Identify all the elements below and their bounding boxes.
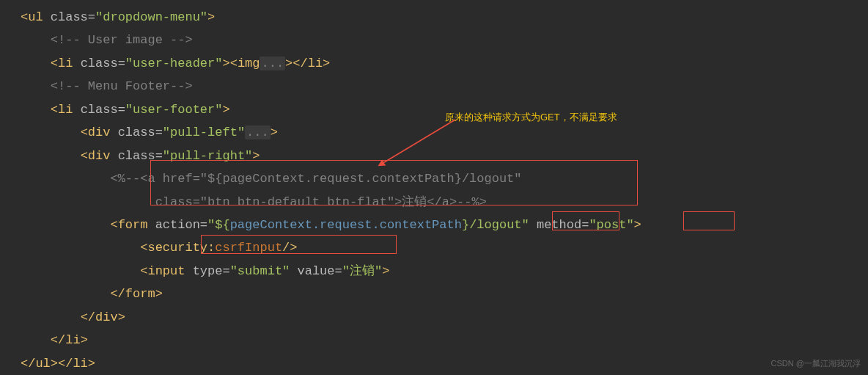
- code-line: </div>: [0, 306, 868, 329]
- angle-bracket: >: [51, 357, 58, 371]
- angle-bracket: >: [634, 218, 641, 232]
- code-line: </li>: [0, 329, 868, 352]
- tag-name: li: [73, 357, 87, 371]
- tag-name: li: [58, 57, 81, 70]
- attr-name: action=: [155, 218, 207, 232]
- code-line: </form>: [0, 283, 868, 305]
- attr-value: ": [207, 218, 215, 232]
- code-line: </ul></li>: [0, 352, 868, 375]
- angle-bracket: </: [58, 357, 73, 371]
- code-line: <!-- Menu Footer-->: [0, 75, 868, 98]
- angle-bracket: </: [51, 333, 65, 347]
- watermark: CSDN @一瓢江湖我沉浮: [771, 356, 861, 371]
- tag-name: div: [88, 149, 118, 163]
- attr-name: class=: [81, 103, 125, 117]
- el-open: ${: [215, 218, 229, 232]
- attr-value: /logout": [469, 218, 537, 232]
- el-expr: pageContext.request.contextPath: [230, 218, 462, 232]
- tag-name: li: [58, 103, 81, 117]
- attr-name: value=: [298, 264, 342, 278]
- angle-bracket: <: [51, 103, 58, 117]
- attr-name: class=: [81, 57, 125, 70]
- angle-bracket: >: [271, 125, 278, 139]
- code-line: <li class="user-footer">: [0, 98, 868, 121]
- tag-name: li: [308, 57, 323, 70]
- highlight-box-csrf: [201, 235, 397, 254]
- attr-value: "submit": [230, 264, 298, 278]
- angle-bracket: >: [88, 357, 95, 371]
- code-line: <div class="pull-left"...>: [0, 121, 868, 144]
- attr-name: class=: [51, 10, 95, 24]
- tag-name: img: [238, 57, 260, 70]
- code-line: <input type="submit" value="注销">: [0, 260, 868, 283]
- comment: <!-- User image -->: [51, 33, 193, 47]
- angle-bracket: >: [118, 310, 125, 324]
- angle-bracket: >: [222, 103, 229, 117]
- code-line: <ul class="dropdown-menu">: [0, 6, 868, 29]
- angle-bracket: <: [140, 241, 147, 255]
- angle-bracket: >: [323, 57, 330, 70]
- angle-bracket: </: [81, 310, 95, 324]
- fold-marker[interactable]: ...: [245, 125, 271, 139]
- attr-value: "user-header": [125, 57, 223, 70]
- angle-bracket: </: [21, 357, 35, 371]
- tag-name: form: [125, 287, 155, 301]
- angle-bracket: >: [285, 57, 293, 70]
- angle-bracket: <: [51, 57, 58, 70]
- code-line: <!-- User image -->: [0, 29, 868, 51]
- comment: <!-- Menu Footer-->: [51, 79, 193, 93]
- angle-bracket: </: [110, 287, 125, 301]
- angle-bracket: >: [81, 333, 88, 347]
- tag-name: form: [118, 218, 155, 232]
- tag-name: div: [88, 125, 118, 139]
- attr-value: "pull-left": [163, 125, 245, 139]
- highlight-box-logout: [552, 211, 619, 230]
- angle-bracket: <: [81, 149, 88, 163]
- angle-bracket: >: [155, 287, 163, 301]
- angle-bracket: >: [222, 57, 229, 70]
- angle-bracket: <: [81, 125, 88, 139]
- attr-name: class=: [118, 125, 163, 139]
- attr-value: "注销": [342, 264, 382, 278]
- code-line: <li class="user-header"><img...></li>: [0, 52, 868, 75]
- angle-bracket: <: [21, 10, 28, 24]
- attr-value: "dropdown-menu": [95, 10, 207, 24]
- annotation-text: 原来的这种请求方式为GET，不满足要求: [445, 109, 617, 126]
- highlight-box-comment: [150, 160, 638, 205]
- angle-bracket: >: [382, 264, 389, 278]
- angle-bracket: <: [110, 218, 117, 232]
- attr-value: "user-footer": [125, 103, 223, 117]
- tag-name: ul: [28, 10, 51, 24]
- tag-name: li: [65, 333, 80, 347]
- tag-name: div: [95, 310, 118, 324]
- tag-name: input: [147, 264, 192, 278]
- code-line: <form action="${pageContext.request.cont…: [0, 214, 868, 236]
- fold-marker[interactable]: ...: [260, 57, 285, 70]
- tag-name: ul: [35, 357, 50, 371]
- angle-bracket: </: [293, 57, 307, 70]
- highlight-box-post: [683, 211, 735, 230]
- csrf-namespace: security: [147, 241, 207, 255]
- angle-bracket: >: [207, 10, 215, 24]
- attr-name: type=: [193, 264, 230, 278]
- el-close: }: [462, 218, 469, 232]
- code-line: <security:csrfInput/>: [0, 236, 868, 259]
- angle-bracket: <: [230, 57, 238, 70]
- angle-bracket: <: [140, 264, 147, 278]
